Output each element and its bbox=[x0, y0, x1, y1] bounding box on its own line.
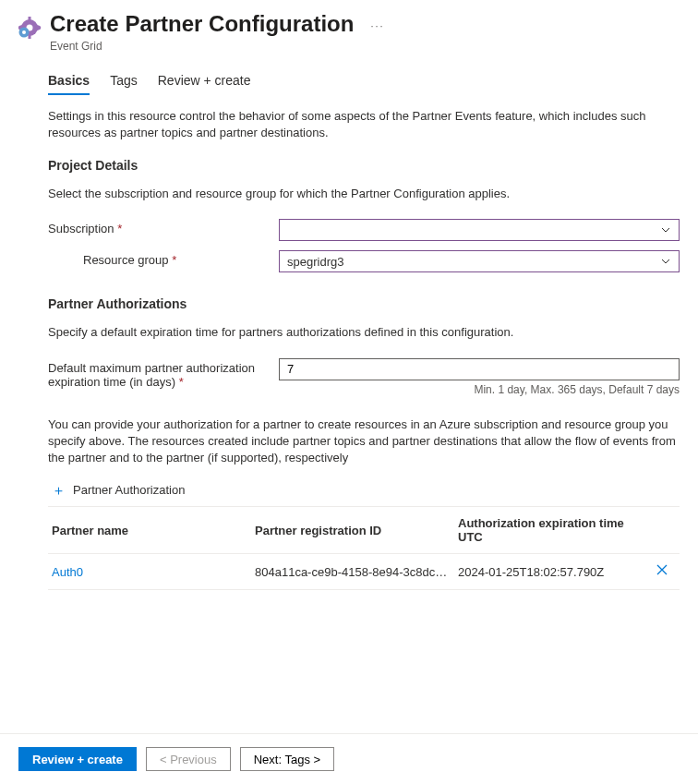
page-header: Create Partner Configuration Event Grid … bbox=[0, 0, 698, 60]
subscription-label-text: Subscription bbox=[48, 222, 114, 235]
intro-text: Settings in this resource control the be… bbox=[48, 108, 680, 141]
tab-review[interactable]: Review + create bbox=[158, 73, 251, 95]
tab-basics[interactable]: Basics bbox=[48, 73, 90, 95]
partner-auth-table: Partner name Partner registration ID Aut… bbox=[48, 506, 680, 590]
partner-auth-heading: Partner Authorizations bbox=[48, 296, 680, 311]
page-title: Create Partner Configuration bbox=[50, 11, 354, 38]
expiration-label-text: Default maximum partner authorization ex… bbox=[48, 361, 255, 389]
expiration-label: Default maximum partner authorization ex… bbox=[48, 358, 279, 389]
partner-reg-id: 804a11ca-ce9b-4158-8e94-3c8dc7… bbox=[255, 565, 458, 579]
wizard-footer: Review + create < Previous Next: Tags > bbox=[0, 733, 698, 784]
add-partner-authorization-button[interactable]: ＋ Partner Authorization bbox=[52, 483, 680, 497]
chevron-down-icon bbox=[660, 224, 671, 235]
add-partner-label: Partner Authorization bbox=[73, 483, 185, 497]
review-create-button[interactable]: Review + create bbox=[18, 747, 137, 771]
next-button[interactable]: Next: Tags > bbox=[240, 747, 334, 771]
page-subtitle: Event Grid bbox=[50, 40, 354, 53]
expiration-input[interactable] bbox=[279, 358, 680, 380]
required-asterisk: * bbox=[172, 253, 176, 267]
partner-name-link[interactable]: Auth0 bbox=[52, 565, 255, 579]
subscription-label: Subscription * bbox=[48, 219, 279, 235]
svg-point-11 bbox=[22, 30, 26, 34]
svg-rect-3 bbox=[29, 34, 31, 39]
resource-group-label-text: Resource group bbox=[83, 253, 169, 267]
tab-strip: Basics Tags Review + create bbox=[48, 73, 680, 95]
previous-button[interactable]: < Previous bbox=[146, 747, 231, 771]
resource-group-select[interactable]: spegridrg3 bbox=[279, 250, 680, 272]
project-details-desc: Select the subscription and resource gro… bbox=[48, 186, 680, 202]
col-registration-id: Partner registration ID bbox=[255, 524, 458, 537]
plus-icon: ＋ bbox=[52, 483, 66, 497]
resource-gear-icon bbox=[18, 17, 42, 42]
partner-auth-desc: Specify a default expiration time for pa… bbox=[48, 324, 680, 341]
subscription-select[interactable] bbox=[279, 219, 680, 241]
svg-rect-2 bbox=[29, 17, 31, 21]
tab-tags[interactable]: Tags bbox=[110, 73, 138, 95]
resource-group-value: spegridrg3 bbox=[287, 255, 343, 269]
resource-group-label: Resource group * bbox=[48, 250, 279, 267]
expiration-hint: Min. 1 day, Max. 365 days, Default 7 day… bbox=[279, 383, 680, 396]
col-expiration: Authorization expiration time UTC bbox=[458, 516, 648, 544]
col-partner-name: Partner name bbox=[52, 524, 255, 537]
more-menu-icon[interactable]: ··· bbox=[370, 20, 384, 31]
table-row: Auth0 804a11ca-ce9b-4158-8e94-3c8dc7… 20… bbox=[48, 554, 680, 590]
partner-expiration: 2024-01-25T18:02:57.790Z bbox=[458, 565, 648, 579]
project-details-heading: Project Details bbox=[48, 158, 680, 173]
remove-row-button[interactable] bbox=[648, 563, 676, 580]
required-asterisk: * bbox=[117, 222, 122, 235]
required-asterisk: * bbox=[179, 375, 184, 389]
chevron-down-icon bbox=[660, 256, 671, 267]
partner-auth-info: You can provide your authorization for a… bbox=[48, 416, 680, 467]
